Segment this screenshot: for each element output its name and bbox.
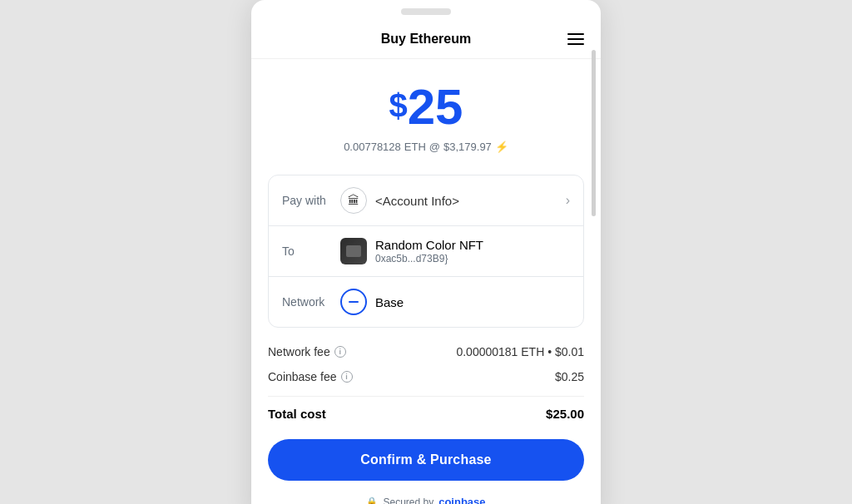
menu-line-2 xyxy=(567,38,584,40)
network-fee-label-container: Network fee i xyxy=(268,345,346,358)
confirm-purchase-button[interactable]: Confirm & Purchase xyxy=(268,439,584,481)
info-card: Pay with 🏛 <Account Info> › To Random Co… xyxy=(268,175,584,328)
network-fee-info-symbol: i xyxy=(339,348,341,356)
coinbase-fee-info-icon[interactable]: i xyxy=(341,371,353,383)
amount-section: $25 0.00778128 ETH @ $3,179.97 ⚡ xyxy=(251,59,601,161)
currency-symbol: $ xyxy=(389,89,408,122)
total-cost-label: Total cost xyxy=(268,407,326,421)
pay-with-content: 🏛 <Account Info> › xyxy=(340,187,570,214)
network-content: Base xyxy=(340,289,570,315)
network-row: Network Base xyxy=(269,277,583,327)
pay-with-row[interactable]: Pay with 🏛 <Account Info> › xyxy=(269,175,583,226)
coinbase-fee-label-container: Coinbase fee i xyxy=(268,370,353,383)
bank-icon: 🏛 xyxy=(348,194,359,207)
network-fee-value: 0.00000181 ETH • $0.01 xyxy=(456,345,584,358)
nft-icon-inner xyxy=(346,245,361,257)
bank-icon-circle: 🏛 xyxy=(340,187,367,214)
at-symbol: @ xyxy=(429,141,440,153)
eth-unit: ETH xyxy=(404,141,426,153)
base-network-icon xyxy=(340,289,367,315)
modal-container: Buy Ethereum $25 0.00778128 ETH @ $3,179… xyxy=(251,0,601,504)
secured-text: Secured by xyxy=(383,497,433,505)
network-label: Network xyxy=(282,295,340,309)
usd-rate: $3,179.97 xyxy=(443,141,492,153)
total-cost-row: Total cost $25.00 xyxy=(251,400,601,427)
amount-display: $25 xyxy=(268,82,584,132)
to-info: Random Color NFT 0xac5b...d73B9} xyxy=(375,238,483,264)
drag-handle xyxy=(401,8,451,15)
coinbase-fee-label: Coinbase fee xyxy=(268,370,337,383)
coinbase-brand-text: coinbase xyxy=(438,496,485,504)
to-name: Random Color NFT xyxy=(375,238,483,252)
fees-section: Network fee i 0.00000181 ETH • $0.01 Coi… xyxy=(251,328,601,393)
to-content: Random Color NFT 0xac5b...d73B9} xyxy=(340,238,570,264)
pay-with-label: Pay with xyxy=(282,194,340,207)
base-minus-icon xyxy=(349,301,359,304)
page-title: Buy Ethereum xyxy=(381,32,471,47)
menu-button[interactable] xyxy=(567,33,584,45)
coinbase-fee-row: Coinbase fee i $0.25 xyxy=(268,364,584,389)
to-row: To Random Color NFT 0xac5b...d73B9} xyxy=(269,226,583,277)
to-address: 0xac5b...d73B9} xyxy=(375,253,483,264)
amount-value: 25 xyxy=(408,79,463,135)
network-fee-label: Network fee xyxy=(268,345,330,358)
menu-line-1 xyxy=(567,33,584,35)
menu-line-3 xyxy=(567,43,584,45)
secured-by-row: 🔒 Secured by coinbase xyxy=(251,489,601,504)
total-cost-value: $25.00 xyxy=(546,407,584,421)
network-fee-info-icon[interactable]: i xyxy=(334,346,346,358)
to-label: To xyxy=(282,245,340,258)
coinbase-fee-info-symbol: i xyxy=(345,373,348,381)
network-name: Base xyxy=(375,295,404,309)
total-divider xyxy=(268,396,584,397)
lightning-icon: ⚡ xyxy=(495,141,508,153)
modal-header: Buy Ethereum xyxy=(251,15,601,59)
network-fee-row: Network fee i 0.00000181 ETH • $0.01 xyxy=(268,339,584,364)
coinbase-fee-value: $0.25 xyxy=(555,370,584,383)
account-info-text: <Account Info> xyxy=(375,194,459,208)
eth-amount: 0.00778128 xyxy=(344,141,401,153)
chevron-right-icon: › xyxy=(566,193,570,208)
nft-icon xyxy=(340,238,367,264)
scrollbar[interactable] xyxy=(592,50,596,216)
lock-icon: 🔒 xyxy=(366,497,378,504)
eth-rate-display: 0.00778128 ETH @ $3,179.97 ⚡ xyxy=(268,141,584,153)
